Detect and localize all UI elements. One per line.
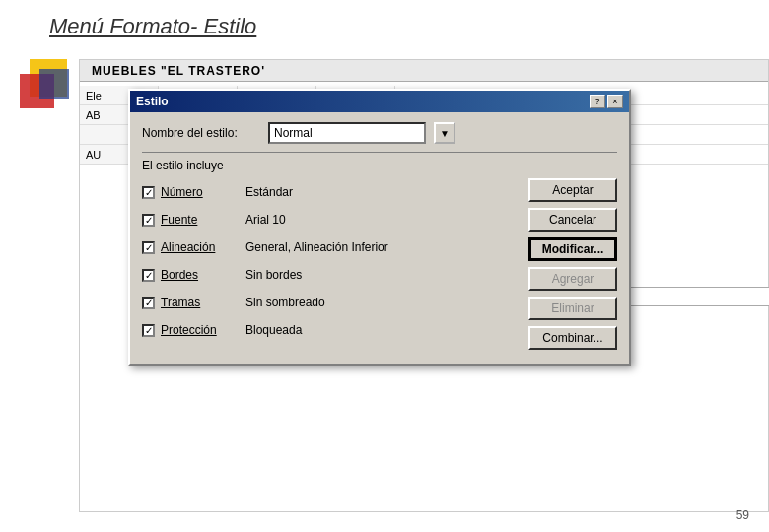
- style-name-label: Nombre del estilo:: [142, 126, 260, 140]
- proteccion-checkbox[interactable]: ✓: [142, 324, 155, 337]
- fuente-checkbox[interactable]: ✓: [142, 214, 155, 227]
- list-item: ✓ Alineación General, Alineación Inferio…: [142, 233, 519, 261]
- numero-label[interactable]: Número: [161, 185, 240, 199]
- bordes-value: Sin bordes: [245, 268, 302, 282]
- dialog-controls: ? ×: [590, 95, 623, 108]
- cancel-button[interactable]: Cancelar: [528, 208, 617, 232]
- list-item: ✓ Tramas Sin sombreado: [142, 289, 519, 316]
- list-item: ✓ Bordes Sin bordes: [142, 261, 519, 289]
- dialog-body: Nombre del estilo: Normal ▼ El estilo in…: [130, 112, 629, 364]
- alineacion-label[interactable]: Alineación: [161, 240, 240, 254]
- checkboxes-area: ✓ Número Estándar ✓ Fuente Arial 10 ✓ Al…: [142, 178, 519, 350]
- fuente-value: Arial 10: [245, 213, 286, 227]
- decorative-graphic: [20, 59, 79, 118]
- style-includes-section: El estilo incluye ✓ Número Estándar ✓ Fu…: [142, 152, 617, 350]
- bordes-checkbox[interactable]: ✓: [142, 269, 155, 282]
- tramas-checkbox[interactable]: ✓: [142, 297, 155, 309]
- fuente-label[interactable]: Fuente: [161, 213, 240, 227]
- estilo-dialog: Estilo ? × Nombre del estilo: Normal ▼ E…: [128, 89, 631, 366]
- style-name-dropdown[interactable]: ▼: [434, 122, 455, 144]
- add-button[interactable]: Agregar: [528, 267, 617, 291]
- combine-button[interactable]: Combinar...: [528, 326, 617, 350]
- alineacion-value: General, Alineación Inferior: [245, 240, 388, 254]
- bordes-label[interactable]: Bordes: [161, 268, 240, 282]
- help-button[interactable]: ?: [590, 95, 605, 108]
- numero-checkbox[interactable]: ✓: [142, 186, 155, 199]
- alineacion-checkbox[interactable]: ✓: [142, 241, 155, 254]
- style-name-row: Nombre del estilo: Normal ▼: [142, 122, 617, 144]
- page-number: 59: [736, 508, 749, 522]
- dialog-title: Estilo: [136, 95, 169, 108]
- list-item: ✓ Protección Bloqueada: [142, 316, 519, 344]
- style-name-input[interactable]: Normal: [268, 122, 426, 144]
- numero-value: Estándar: [245, 185, 293, 199]
- style-includes-title: El estilo incluye: [142, 159, 617, 172]
- style-main-area: ✓ Número Estándar ✓ Fuente Arial 10 ✓ Al…: [142, 178, 617, 350]
- modify-button[interactable]: Modificar...: [528, 237, 617, 261]
- delete-button[interactable]: Eliminar: [528, 297, 617, 320]
- list-item: ✓ Fuente Arial 10: [142, 206, 519, 233]
- accept-button[interactable]: Aceptar: [528, 178, 617, 202]
- tramas-label[interactable]: Tramas: [161, 296, 240, 309]
- proteccion-value: Bloqueada: [245, 323, 302, 337]
- buttons-area: Aceptar Cancelar Modificar... Agregar El…: [528, 178, 617, 350]
- spreadsheet-title: MUEBLES "EL TRASTERO': [84, 64, 273, 78]
- close-button[interactable]: ×: [607, 95, 623, 108]
- list-item: ✓ Número Estándar: [142, 178, 519, 206]
- proteccion-label[interactable]: Protección: [161, 323, 240, 337]
- dialog-titlebar: Estilo ? ×: [130, 91, 629, 112]
- tramas-value: Sin sombreado: [245, 296, 325, 309]
- page-title: Menú Formato- Estilo: [49, 14, 256, 39]
- spreadsheet-header: MUEBLES "EL TRASTERO': [80, 60, 768, 82]
